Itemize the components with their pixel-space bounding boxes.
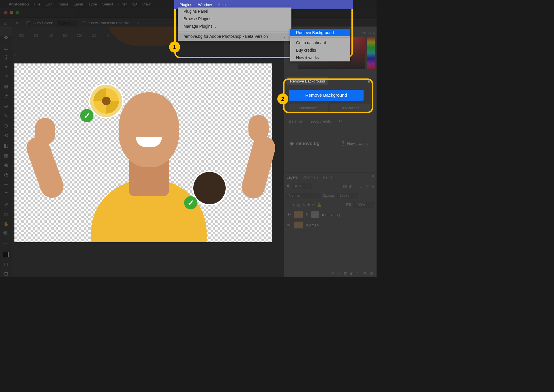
hand-tool-icon[interactable]: ✋ bbox=[3, 221, 9, 227]
path-tool-icon[interactable]: ⬀ bbox=[3, 201, 9, 207]
close-window-icon[interactable] bbox=[4, 11, 8, 14]
menubar-app[interactable]: Photoshop bbox=[9, 2, 29, 6]
wand-tool-icon[interactable]: ✦ bbox=[3, 64, 9, 70]
menu-edit[interactable]: Edit bbox=[46, 2, 52, 6]
type-tool-icon[interactable]: T bbox=[3, 192, 9, 197]
menu-3d[interactable]: 3D bbox=[132, 2, 137, 6]
adjustment-icon[interactable]: ◐ bbox=[350, 271, 353, 276]
layer-row[interactable]: 👁 Woman bbox=[284, 220, 377, 230]
delete-icon[interactable]: 🗑 bbox=[370, 271, 374, 276]
submenu-how-it-works[interactable]: How it works bbox=[290, 54, 350, 61]
layer-filter-kind[interactable]: Kind bbox=[293, 183, 312, 189]
filter-type-icon[interactable]: T bbox=[355, 184, 358, 189]
menu-help[interactable]: Help bbox=[218, 3, 226, 7]
menu-filter[interactable]: Filter bbox=[118, 2, 127, 6]
submenu-go-dashboard[interactable]: Go to dashboard bbox=[290, 39, 350, 46]
visibility-icon[interactable]: 👁 bbox=[287, 213, 291, 217]
submenu-buy-credits[interactable]: Buy credits bbox=[290, 46, 350, 54]
dd-removebg-submenu[interactable]: remove.bg for Adobe Photoshop - Beta Ver… bbox=[178, 33, 291, 41]
blend-mode-select[interactable]: Normal bbox=[287, 193, 321, 198]
blur-tool-icon[interactable]: ◉ bbox=[3, 162, 9, 168]
shape-tool-icon[interactable]: ▭ bbox=[3, 211, 9, 217]
layer-row[interactable]: 👁 ⎘ remove.bg bbox=[284, 209, 377, 220]
visibility-icon[interactable]: 👁 bbox=[287, 223, 291, 227]
auto-select-target[interactable]: Layer⌄ bbox=[57, 20, 78, 27]
buy-credits-button[interactable]: Buy credits bbox=[330, 104, 370, 112]
history-brush-icon[interactable]: ⟲ bbox=[3, 133, 9, 138]
gradient-tool-icon[interactable]: ▦ bbox=[3, 152, 9, 158]
align-left-icon[interactable]: ⫞ bbox=[135, 21, 141, 25]
menu-select[interactable]: Select bbox=[102, 2, 113, 6]
panel-menu-icon[interactable]: ≡ bbox=[372, 174, 374, 181]
auto-select-checkbox[interactable] bbox=[26, 21, 30, 25]
submenu-remove-background[interactable]: Remove Background bbox=[290, 29, 350, 36]
fx-icon[interactable]: fx bbox=[337, 271, 340, 276]
filter-smart-icon[interactable]: ◫ bbox=[366, 184, 370, 189]
right-tab-partial[interactable]: terns≡ bbox=[361, 29, 376, 36]
how-it-works-link[interactable]: ?How it works bbox=[341, 141, 368, 146]
filter-toggle-icon[interactable]: ● bbox=[372, 184, 374, 189]
brush-tool-icon[interactable]: ✎ bbox=[3, 113, 9, 119]
dodge-tool-icon[interactable]: ◔ bbox=[3, 172, 9, 178]
menu-window[interactable]: Window bbox=[198, 3, 212, 7]
distribute-icon[interactable]: ⦀ bbox=[168, 21, 173, 25]
move-tool-icon[interactable]: ✥ bbox=[3, 35, 9, 40]
remove-background-button[interactable]: Remove Background bbox=[289, 90, 364, 101]
move-tool-indicator[interactable]: ✥ ⌄ bbox=[15, 21, 23, 25]
extra-tool-icon[interactable]: ⋯ bbox=[3, 241, 9, 246]
lock-artboard-icon[interactable]: ▭ bbox=[312, 203, 315, 207]
menu-file[interactable]: File bbox=[34, 2, 41, 6]
filter-adjust-icon[interactable]: ◐ bbox=[349, 184, 353, 189]
canvas[interactable]: ✓ ✓ bbox=[14, 63, 272, 242]
eyedropper-tool-icon[interactable]: ⚗ bbox=[3, 93, 9, 99]
tab-layers[interactable]: Layers bbox=[287, 174, 298, 181]
panel-menu-icon[interactable]: ≡ bbox=[366, 77, 372, 86]
menu-layer[interactable]: Layer bbox=[74, 2, 83, 6]
quickmask-icon[interactable]: ◻ bbox=[3, 261, 9, 267]
pen-tool-icon[interactable]: ✒ bbox=[3, 182, 9, 187]
tab-channels[interactable]: Channels bbox=[302, 174, 318, 181]
dashboard-button[interactable]: Dashboard bbox=[289, 104, 328, 112]
refresh-icon[interactable]: ⟳ bbox=[339, 119, 342, 123]
crop-tool-icon[interactable]: ⟃ bbox=[3, 74, 9, 80]
fill-value[interactable]: 100% bbox=[353, 202, 374, 208]
maximize-window-icon[interactable] bbox=[16, 11, 19, 14]
align-top-icon[interactable]: ⫠ bbox=[160, 21, 165, 25]
dd-manage-plugins[interactable]: Manage Plugins... bbox=[178, 22, 291, 30]
panel-menu-icon[interactable]: ≡ bbox=[373, 31, 375, 35]
foreground-background-swatch[interactable] bbox=[3, 252, 9, 257]
filter-shape-icon[interactable]: ▭ bbox=[360, 184, 364, 189]
mask-icon[interactable]: ◩ bbox=[343, 271, 347, 276]
healing-tool-icon[interactable]: ⊕ bbox=[3, 103, 9, 109]
lock-all-icon[interactable]: 🔒 bbox=[317, 203, 322, 207]
group-icon[interactable]: 🗀 bbox=[356, 271, 360, 276]
menu-view[interactable]: View bbox=[142, 2, 151, 6]
menu-image[interactable]: Image bbox=[58, 2, 69, 6]
opacity-value[interactable]: 100% bbox=[337, 193, 358, 198]
align-center-h-icon[interactable]: ⫠ bbox=[143, 21, 149, 25]
zoom-tool-icon[interactable]: 🔍 bbox=[3, 231, 9, 237]
lock-position-icon[interactable]: ✥ bbox=[307, 203, 310, 207]
align-right-icon[interactable]: ⫟ bbox=[151, 21, 157, 25]
stamp-tool-icon[interactable]: ⊙ bbox=[3, 123, 9, 129]
link-layers-icon[interactable]: ⧉ bbox=[332, 271, 334, 276]
home-icon[interactable]: ⌂ bbox=[4, 20, 7, 26]
dd-browse-plugins[interactable]: Browse Plugins... bbox=[178, 15, 291, 22]
lasso-tool-icon[interactable]: ⟆ bbox=[3, 54, 9, 60]
panel-tab-removebg[interactable]: Remove Background bbox=[287, 77, 328, 85]
hue-strip[interactable] bbox=[367, 37, 375, 69]
lock-pixels-icon[interactable]: ✎ bbox=[302, 203, 305, 207]
eraser-tool-icon[interactable]: ◧ bbox=[3, 142, 9, 148]
tab-paths[interactable]: Paths bbox=[323, 174, 332, 181]
menu-plugins[interactable]: Plugins bbox=[179, 3, 192, 7]
show-transform-checkbox[interactable] bbox=[82, 21, 85, 25]
menu-type[interactable]: Type bbox=[89, 2, 97, 6]
minimize-window-icon[interactable] bbox=[10, 11, 13, 14]
marquee-tool-icon[interactable]: ⬚ bbox=[3, 44, 9, 50]
frame-tool-icon[interactable]: ⊠ bbox=[3, 84, 9, 89]
screenmode-icon[interactable]: ⊞ bbox=[3, 271, 9, 277]
new-layer-icon[interactable]: ⊞ bbox=[363, 271, 367, 276]
dd-plugins-panel[interactable]: Plugins Panel bbox=[178, 7, 291, 15]
lock-transparency-icon[interactable]: ▨ bbox=[297, 203, 300, 207]
filter-pixel-icon[interactable]: ▨ bbox=[343, 184, 347, 189]
